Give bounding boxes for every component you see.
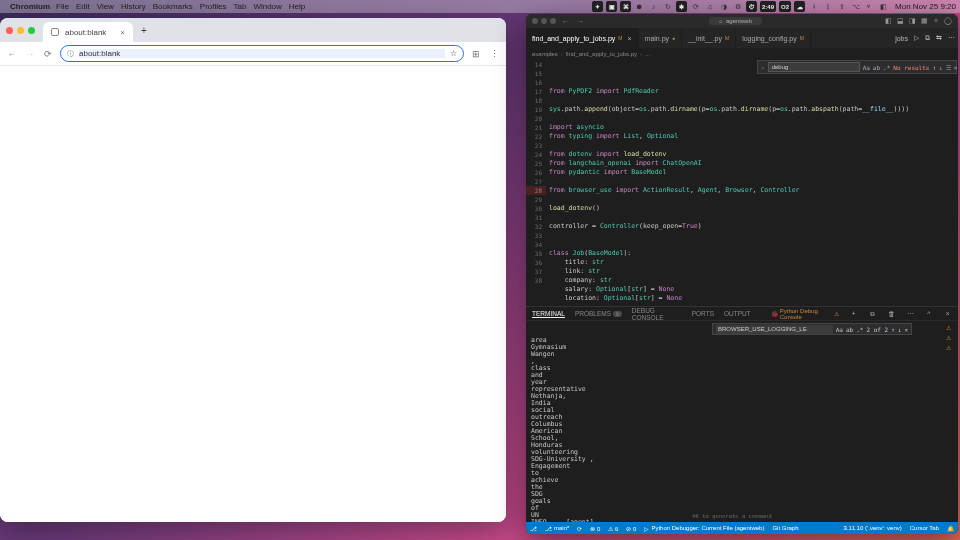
cursor-tab[interactable]: Cursor Tab [910, 525, 939, 531]
run-config-label[interactable]: jobs [892, 35, 911, 42]
remote-indicator[interactable]: ⎇ [530, 525, 537, 532]
more-actions-icon[interactable]: ⋯ [906, 310, 915, 318]
more-actions-icon[interactable]: ⋯ [945, 34, 958, 42]
menu-view[interactable]: View [97, 2, 114, 11]
menubar-extra-icon[interactable]: ♪ [648, 1, 659, 12]
editor-find-widget[interactable]: › Aa ab .* No results ↑ ↓ ☰ × [757, 60, 957, 74]
menubar-extra-icon[interactable]: ✦ [592, 1, 603, 12]
line-number[interactable]: 17 [526, 87, 546, 96]
menubar-extra-icon[interactable]: ◑ [718, 1, 729, 12]
browser-tab[interactable]: about:blank × [43, 22, 133, 42]
menubar-bluetooth-icon[interactable]: ᛒ [822, 1, 833, 12]
whole-word-icon[interactable]: ab [873, 63, 880, 72]
regex-icon[interactable]: .* [883, 63, 890, 72]
line-number[interactable]: 19 [526, 105, 546, 114]
browser-menu-icon[interactable]: ⋮ [488, 48, 500, 60]
maximize-panel-icon[interactable]: ^ [924, 310, 933, 317]
editor-tab[interactable]: main.py ● [639, 28, 683, 48]
line-number[interactable]: 18 [526, 96, 546, 105]
forward-button[interactable]: → [24, 48, 36, 60]
menubar-extra-icon[interactable]: ⟳ [690, 1, 701, 12]
line-number[interactable]: 22 [526, 132, 546, 141]
split-editor-icon[interactable]: ⧉ [922, 34, 933, 42]
git-branch[interactable]: ⎇main* [545, 525, 569, 532]
prev-match-icon[interactable]: ↑ [932, 63, 936, 72]
menubar-extra-icon[interactable]: ⌘ [620, 1, 631, 12]
menubar-extra-icon[interactable]: ↻ [662, 1, 673, 12]
back-button[interactable]: ← [6, 48, 18, 60]
menubar-wifi-icon[interactable]: ᯤ [864, 1, 875, 12]
line-number[interactable]: 16 [526, 78, 546, 87]
sync-button[interactable]: ⟳ [577, 525, 582, 532]
line-number[interactable]: 23 [526, 141, 546, 150]
ports-indicator[interactable]: ⊘ 0 [626, 525, 636, 532]
editor-tab[interactable]: logging_config.py M [736, 28, 811, 48]
close-tab-icon[interactable]: × [627, 35, 631, 42]
line-number[interactable]: 27 [526, 177, 546, 186]
menubar-o2-icon[interactable]: O2 [779, 1, 791, 12]
new-tab-button[interactable]: + [137, 23, 151, 37]
layout-bottom-icon[interactable]: ⬓ [897, 17, 904, 25]
split-terminal-icon[interactable]: ⧉ [868, 310, 877, 318]
menubar-extra-icon[interactable]: ⚙ [732, 1, 743, 12]
line-number[interactable]: 15 [526, 69, 546, 78]
match-case-icon[interactable]: Aa [863, 63, 870, 72]
close-window-button[interactable] [6, 27, 13, 34]
menubar-extra-icon[interactable]: ✱ [676, 1, 687, 12]
terminal-output[interactable]: area Gymnasium Wangen , class and year r… [526, 321, 938, 522]
git-graph[interactable]: Git Graph [772, 525, 798, 531]
notifications-icon[interactable]: 🔔 [947, 525, 954, 532]
menu-window[interactable]: Window [253, 2, 281, 11]
close-panel-icon[interactable]: × [943, 310, 952, 317]
line-number[interactable]: 33 [526, 231, 546, 240]
line-number[interactable]: 37 [526, 267, 546, 276]
run-play-icon[interactable]: ▷ [911, 34, 922, 42]
breadcrumb-segment[interactable]: examples [532, 51, 558, 57]
warnings-indicator[interactable]: ⚠ 6 [608, 525, 618, 532]
close-find-icon[interactable]: × [954, 63, 958, 72]
line-number[interactable]: 36 [526, 258, 546, 267]
match-case-icon[interactable]: Aa [836, 326, 843, 333]
find-input[interactable] [768, 62, 860, 72]
problems-tab[interactable]: PROBLEMS6 [575, 310, 622, 317]
url-input[interactable] [79, 49, 445, 58]
warning-icon[interactable]: ⚠ [946, 344, 951, 351]
line-number[interactable]: 24 [526, 150, 546, 159]
menu-file[interactable]: File [56, 2, 69, 11]
expand-find-icon[interactable]: › [761, 63, 765, 72]
menubar-option-icon[interactable]: ⌥ [850, 1, 861, 12]
whole-word-icon[interactable]: ab [846, 326, 853, 333]
extensions-icon[interactable]: ⊞ [470, 48, 482, 60]
menubar-extra-icon[interactable]: ▣ [606, 1, 617, 12]
next-match-icon[interactable]: ↓ [939, 63, 943, 72]
line-number[interactable]: 20 [526, 114, 546, 123]
line-number[interactable]: 34 [526, 240, 546, 249]
next-match-icon[interactable]: ↓ [898, 326, 902, 333]
maximize-window-button[interactable] [550, 18, 556, 24]
menu-bookmarks[interactable]: Bookmarks [153, 2, 193, 11]
prev-match-icon[interactable]: ↑ [891, 326, 895, 333]
close-tab-icon[interactable]: × [120, 28, 125, 37]
line-number[interactable]: 35 [526, 249, 546, 258]
terminal-find-widget[interactable]: Aa ab .* 2 of 2 ↑ ↓ × [712, 323, 912, 335]
diff-icon[interactable]: ⇆ [933, 34, 945, 42]
nav-fwd-icon[interactable]: → [577, 18, 584, 25]
menu-history[interactable]: History [121, 2, 146, 11]
close-window-button[interactable] [532, 18, 538, 24]
close-find-icon[interactable]: × [904, 326, 908, 333]
menu-profiles[interactable]: Profiles [200, 2, 227, 11]
warning-icon[interactable]: ⚠ [946, 334, 951, 341]
menubar-battery-icon[interactable]: ◧ [878, 1, 889, 12]
command-center[interactable]: ⌕ agentweb [709, 17, 762, 25]
editor-tab[interactable]: __init__.py M [682, 28, 736, 48]
menubar-extra-icon[interactable]: ⏺ [634, 1, 645, 12]
editor-tab[interactable]: find_and_apply_to_jobs.py M × [526, 28, 639, 48]
line-number[interactable]: 31 [526, 213, 546, 222]
bookmark-star-icon[interactable]: ☆ [450, 49, 457, 58]
ai-icon[interactable]: ✧ [933, 17, 939, 25]
profile-icon[interactable]: ◯ [944, 17, 952, 25]
ports-tab[interactable]: PORTS [692, 310, 714, 317]
line-number[interactable]: 25 [526, 159, 546, 168]
line-number[interactable]: 38 [526, 276, 546, 285]
maximize-window-button[interactable] [28, 27, 35, 34]
